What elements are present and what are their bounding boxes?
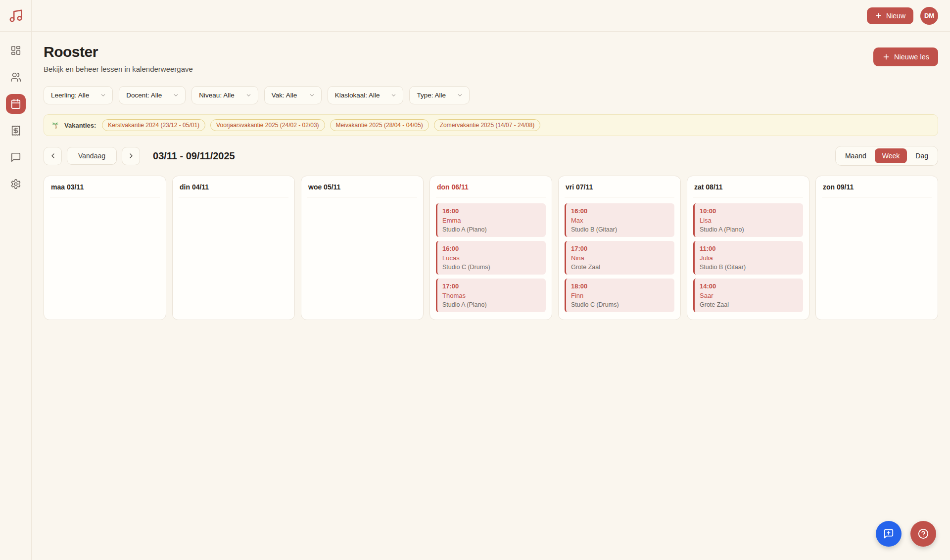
lesson-event-card[interactable]: 16:00 Emma Studio A (Piano): [436, 203, 546, 237]
next-week-button[interactable]: [122, 147, 140, 165]
holiday-chip: Voorjaarsvakantie 2025 (24/02 - 02/03): [210, 119, 325, 131]
event-time: 17:00: [442, 282, 541, 290]
day-column: vri 07/11 16:00 Max Studio B (Gitaar) 17…: [558, 176, 681, 320]
event-location: Studio A (Piano): [442, 301, 541, 308]
chevron-down-icon: [100, 92, 106, 98]
day-column: din 04/11: [172, 176, 295, 320]
event-time: 14:00: [700, 282, 798, 290]
event-student: Thomas: [442, 292, 541, 299]
filter-label: Vak: Alle: [272, 92, 297, 99]
message-plus-icon: [883, 528, 894, 539]
lesson-event-card[interactable]: 17:00 Thomas Studio A (Piano): [436, 279, 546, 312]
filter-label: Docent: Alle: [126, 92, 162, 99]
filter-select[interactable]: Vak: Alle: [264, 86, 322, 104]
event-location: Studio C (Drums): [442, 264, 541, 271]
page-header: Rooster Bekijk en beheer lessen in kalen…: [44, 44, 938, 73]
event-time: 10:00: [700, 207, 798, 215]
day-events: 16:00 Max Studio B (Gitaar) 17:00 Nina G…: [565, 203, 674, 312]
lesson-event-card[interactable]: 17:00 Nina Grote Zaal: [565, 241, 674, 275]
lesson-event-card[interactable]: 18:00 Finn Studio C (Drums): [565, 279, 674, 312]
new-lesson-button-label: Nieuwe les: [894, 53, 929, 61]
help-fab[interactable]: [910, 521, 936, 547]
view-toggle-button[interactable]: Maand: [838, 148, 874, 163]
filter-label: Klaslokaal: Alle: [335, 92, 380, 99]
holiday-chip: Kerstvakantie 2024 (23/12 - 05/01): [102, 119, 205, 131]
feedback-chat-fab[interactable]: [876, 521, 902, 547]
today-button[interactable]: Vandaag: [67, 147, 117, 165]
event-student: Finn: [571, 292, 669, 299]
new-button-label: Nieuw: [886, 12, 905, 20]
week-navigation: Vandaag 03/11 - 09/11/2025 MaandWeekDag: [44, 146, 938, 166]
event-time: 16:00: [571, 207, 669, 215]
palm-tree-icon: [51, 121, 59, 130]
chevron-down-icon: [457, 92, 463, 98]
holiday-chip: Meivakantie 2025 (28/04 - 04/05): [330, 119, 429, 131]
schedule-calendar-icon: [10, 98, 21, 109]
chevron-down-icon: [390, 92, 397, 98]
calendar-grid: maa 03/11 din 04/11 woe 05/11 don 06/11 …: [44, 176, 938, 320]
view-toggle-button[interactable]: Week: [875, 148, 907, 163]
day-events: 10:00 Lisa Studio A (Piano) 11:00 Julia …: [693, 203, 803, 312]
settings-gear-icon: [10, 179, 21, 189]
day-column: zon 09/11: [815, 176, 938, 320]
app-logo: [0, 0, 31, 32]
page-subtitle: Bekijk en beheer lessen in kalenderweerg…: [44, 65, 193, 73]
event-time: 11:00: [700, 245, 798, 252]
event-student: Max: [571, 217, 669, 224]
day-column: don 06/11 16:00 Emma Studio A (Piano) 16…: [429, 176, 552, 320]
day-events: 16:00 Emma Studio A (Piano) 16:00 Lucas …: [436, 203, 546, 312]
invoices-receipt-icon: [10, 125, 21, 136]
filter-select[interactable]: Klaslokaal: Alle: [328, 86, 404, 104]
plus-icon: [875, 12, 882, 19]
sidebar-item-settings[interactable]: [6, 174, 26, 194]
sidebar-item-messages[interactable]: [6, 147, 26, 167]
event-location: Grote Zaal: [571, 264, 669, 271]
filter-select[interactable]: Leerling: Alle: [44, 86, 113, 104]
filter-label: Niveau: Alle: [199, 92, 234, 99]
plus-icon: [882, 53, 890, 61]
sidebar-item-invoices[interactable]: [6, 121, 26, 140]
filter-select[interactable]: Type: Alle: [409, 86, 470, 104]
sidebar-nav: [6, 32, 26, 560]
day-header: din 04/11: [179, 182, 288, 197]
main-content: Rooster Bekijk en beheer lessen in kalen…: [32, 0, 950, 320]
dashboard-icon: [10, 45, 21, 56]
holidays-label: Vakanties:: [64, 122, 96, 129]
view-toggle-button[interactable]: Dag: [908, 148, 936, 163]
event-time: 16:00: [442, 207, 541, 215]
sidebar-item-dashboard[interactable]: [6, 41, 26, 60]
lesson-event-card[interactable]: 10:00 Lisa Studio A (Piano): [693, 203, 803, 237]
chevron-down-icon: [245, 92, 252, 98]
view-toggle: MaandWeekDag: [835, 146, 938, 166]
messages-icon: [10, 152, 21, 163]
filter-label: Leerling: Alle: [51, 92, 89, 99]
day-header: vri 07/11: [565, 182, 674, 197]
event-time: 16:00: [442, 245, 541, 252]
lesson-event-card[interactable]: 16:00 Lucas Studio C (Drums): [436, 241, 546, 275]
lesson-event-card[interactable]: 11:00 Julia Studio B (Gitaar): [693, 241, 803, 275]
help-icon: [918, 528, 929, 539]
new-button[interactable]: Nieuw: [867, 7, 913, 24]
previous-week-button[interactable]: [44, 147, 62, 165]
avatar[interactable]: DM: [920, 7, 938, 25]
event-location: Studio B (Gitaar): [571, 226, 669, 233]
day-header: woe 05/11: [307, 182, 417, 197]
lesson-event-card[interactable]: 14:00 Saar Grote Zaal: [693, 279, 803, 312]
day-header: don 06/11: [436, 182, 546, 197]
date-range-title: 03/11 - 09/11/2025: [153, 150, 235, 162]
filter-select[interactable]: Niveau: Alle: [191, 86, 258, 104]
students-icon: [10, 72, 21, 83]
holiday-chip: Zomervakantie 2025 (14/07 - 24/08): [434, 119, 540, 131]
filter-select[interactable]: Docent: Alle: [119, 86, 186, 104]
filter-label: Type: Alle: [417, 92, 446, 99]
new-lesson-button[interactable]: Nieuwe les: [873, 47, 938, 66]
page-title: Rooster: [44, 44, 193, 60]
sidebar-item-students[interactable]: [6, 67, 26, 87]
lesson-event-card[interactable]: 16:00 Max Studio B (Gitaar): [565, 203, 674, 237]
event-student: Nina: [571, 254, 669, 262]
sidebar-item-schedule[interactable]: [6, 94, 26, 114]
event-location: Grote Zaal: [700, 301, 798, 308]
event-location: Studio A (Piano): [442, 226, 541, 233]
day-header: zon 09/11: [822, 182, 932, 197]
event-student: Lisa: [700, 217, 798, 224]
